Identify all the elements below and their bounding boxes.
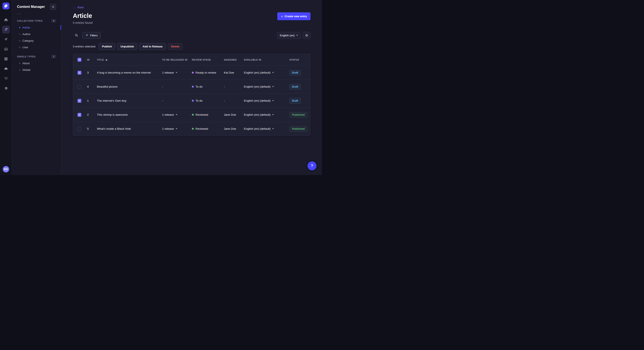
section-label: COLLECTION TYPES [17, 19, 42, 22]
page-title: Article [73, 12, 93, 19]
locale-caret-icon [272, 128, 274, 129]
cell-review-stage: To do [190, 99, 222, 102]
view-settings-button[interactable]: ⚙ [303, 32, 310, 39]
content-type-builder-icon[interactable] [2, 55, 10, 63]
locale-caret-icon [272, 86, 274, 87]
cell-release[interactable]: 1 release [160, 71, 190, 74]
cell-release[interactable]: 1 release [160, 127, 190, 130]
sidebar-item-global[interactable]: Global [12, 67, 61, 73]
sidebar-item-user[interactable]: User [12, 44, 61, 51]
user-avatar[interactable]: KD [3, 166, 9, 173]
table-row[interactable]: 2 This shrimp is awesome 1 release Revie… [73, 108, 310, 122]
cell-assignee: - [222, 85, 242, 88]
section-count-badge: 4 [51, 19, 56, 22]
release-caret-icon [176, 72, 178, 73]
gear-icon: ⚙ [305, 33, 308, 37]
header-status[interactable]: STATUS [287, 58, 310, 61]
select-all-checkbox[interactable] [78, 58, 81, 62]
cell-release[interactable]: - [160, 85, 190, 88]
row-checkbox[interactable] [78, 71, 81, 75]
create-label: Create new entry [284, 15, 307, 18]
header-available-in[interactable]: AVAILABLE IN [242, 58, 287, 61]
entries-count: 5 entries found [73, 21, 93, 24]
stage-dot [192, 86, 194, 88]
sidebar-item-author[interactable]: Author [12, 31, 61, 37]
back-link[interactable]: ← Back [73, 5, 84, 9]
header-review-stage[interactable]: REVIEW STAGE [190, 58, 222, 61]
stage-dot [192, 72, 194, 74]
stage-dot [192, 100, 194, 102]
table-row[interactable]: 1 The internet's Own boy - To do - Engli… [73, 94, 310, 108]
chevron-down-icon [296, 35, 298, 36]
search-icon [75, 34, 78, 37]
create-new-entry-button[interactable]: + Create new entry [277, 12, 310, 20]
locale-select[interactable]: English (en) [277, 32, 301, 39]
sidebar-item-category[interactable]: Category [12, 37, 61, 44]
strapi-logo-mark [4, 4, 8, 7]
cell-title: Beautiful picture [95, 85, 160, 88]
home-icon[interactable] [2, 16, 10, 24]
row-checkbox[interactable] [78, 113, 81, 117]
sidebar-item-label: Category [22, 39, 34, 42]
add-to-release-button[interactable]: Add to Release [139, 43, 166, 50]
entries-table: ID TITLE TO BE RELEASED IN REVIEW STAGE … [73, 54, 310, 136]
unpublish-button[interactable]: Unpublish [117, 43, 137, 50]
cell-review-stage: Ready to review [190, 71, 222, 74]
search-button[interactable] [73, 32, 80, 39]
locale-caret-icon [272, 72, 274, 73]
table-row[interactable]: 4 Beautiful picture - To do - English (e… [73, 80, 310, 94]
cell-available-in[interactable]: English (en) (default) [242, 127, 287, 130]
locale-value: English (en) [280, 34, 294, 37]
sidebar-item-label: User [22, 46, 28, 49]
help-button[interactable]: ? [308, 161, 316, 170]
header-title[interactable]: TITLE [95, 58, 160, 61]
cell-id: 4 [85, 85, 95, 88]
settings-icon[interactable] [2, 84, 10, 92]
row-checkbox[interactable] [78, 127, 81, 131]
delete-button[interactable]: Delete [168, 43, 182, 50]
bullet-icon [19, 40, 20, 41]
media-library-icon[interactable] [2, 45, 10, 53]
locale-caret-icon [272, 114, 274, 115]
cell-review-stage: Reviewed [190, 127, 222, 130]
sidebar-item-article[interactable]: Article [12, 24, 61, 31]
marketplace-icon[interactable] [2, 75, 10, 82]
header-assignee[interactable]: ASSIGNEE [222, 58, 242, 61]
cell-available-in[interactable]: English (en) (default) [242, 99, 287, 102]
filters-button[interactable]: Filters [82, 32, 101, 39]
sidebar-title: Content Manager [17, 5, 45, 9]
table-header-row: ID TITLE TO BE RELEASED IN REVIEW STAGE … [73, 54, 310, 65]
strapi-logo[interactable] [2, 2, 9, 9]
section-single-types: SINGLE TYPES 2 [12, 53, 61, 60]
cell-title: This shrimp is awesome [95, 113, 160, 116]
releases-icon[interactable] [2, 35, 10, 43]
row-checkbox[interactable] [78, 85, 81, 89]
search-icon [52, 5, 54, 8]
header-id[interactable]: ID [85, 58, 95, 61]
bullet-icon [19, 34, 20, 35]
cell-available-in[interactable]: English (en) (default) [242, 71, 287, 74]
cell-id: 5 [85, 127, 95, 130]
sort-ascending-icon [106, 59, 108, 60]
sidebar-divider [17, 14, 21, 14]
sidebar-item-about[interactable]: About [12, 60, 61, 67]
plus-icon: + [281, 14, 283, 18]
table-row[interactable]: 5 What's inside a Black Hole 1 release R… [73, 122, 310, 136]
deploy-cloud-icon[interactable] [2, 65, 10, 72]
row-checkbox[interactable] [78, 99, 81, 103]
cell-available-in[interactable]: English (en) (default) [242, 85, 287, 88]
cell-release[interactable]: 1 release [160, 113, 190, 116]
cell-release[interactable]: - [160, 99, 190, 102]
cell-available-in[interactable]: English (en) (default) [242, 113, 287, 116]
cell-id: 2 [85, 113, 95, 116]
header-release[interactable]: TO BE RELEASED IN [160, 58, 190, 61]
publish-button[interactable]: Publish [99, 43, 115, 50]
sidebar-search-button[interactable] [50, 4, 56, 10]
bullet-icon [19, 63, 20, 64]
back-label: Back [78, 6, 84, 9]
table-row[interactable]: 3 A bug is becoming a meme on the intern… [73, 65, 310, 80]
content-manager-icon[interactable] [2, 26, 10, 33]
status-badge: Published [290, 126, 307, 132]
filter-icon [86, 34, 88, 37]
filters-label: Filters [90, 34, 98, 37]
